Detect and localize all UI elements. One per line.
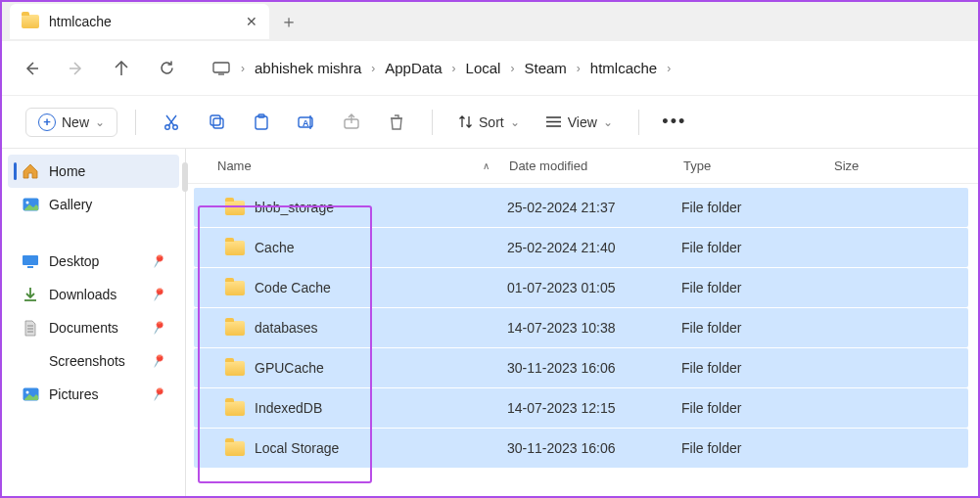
navigation-bar: › abhishek mishra › AppData › Local › St…	[2, 41, 978, 96]
crumb-0[interactable]: abhishek mishra	[255, 60, 361, 76]
back-button[interactable]	[22, 59, 41, 78]
tab-active[interactable]: htmlcache ✕	[10, 4, 269, 39]
table-row[interactable]: Cache25-02-2024 21:40File folder	[194, 228, 968, 267]
col-name[interactable]: Name∧	[186, 158, 499, 173]
chevron-down-icon: ⌄	[95, 115, 105, 129]
pin-icon: 📍	[147, 351, 167, 372]
chevron-right-icon: ›	[577, 62, 581, 75]
row-type: File folder	[681, 360, 832, 376]
row-date: 25-02-2024 21:40	[507, 240, 681, 255]
table-row[interactable]: GPUCache30-11-2023 16:06File folder	[194, 348, 968, 387]
view-label: View	[568, 114, 597, 130]
new-button[interactable]: + New ⌄	[25, 108, 117, 137]
crumb-4[interactable]: htmlcache	[590, 60, 657, 76]
sidebar-item-gallery[interactable]: Gallery	[8, 188, 179, 221]
rename-button[interactable]: A	[289, 106, 324, 139]
row-type: File folder	[681, 240, 832, 255]
folder-icon	[225, 321, 245, 336]
plus-circle-icon: +	[38, 113, 56, 131]
crumb-1[interactable]: AppData	[385, 60, 442, 76]
file-list-pane: Name∧ Date modified Type Size blob_stora…	[186, 149, 978, 496]
delete-button[interactable]	[379, 106, 414, 139]
pin-icon: 📍	[147, 285, 167, 305]
sort-button[interactable]: Sort ⌄	[450, 110, 528, 135]
tab-title: htmlcache	[49, 14, 112, 29]
column-headers: Name∧ Date modified Type Size	[186, 149, 978, 184]
pc-icon[interactable]	[211, 59, 231, 78]
sidebar-item-label: Desktop	[49, 253, 99, 269]
svg-rect-0	[213, 63, 229, 72]
sidebar-item-label: Screenshots	[49, 353, 125, 369]
sidebar-item-home[interactable]: Home	[8, 155, 179, 188]
copy-button[interactable]	[199, 106, 234, 139]
folder-icon	[225, 241, 245, 255]
home-icon	[22, 162, 39, 180]
table-row[interactable]: databases14-07-2023 10:38File folder	[194, 308, 968, 347]
separator	[432, 110, 433, 135]
folder-icon	[22, 352, 39, 370]
sidebar-resize-handle[interactable]	[182, 162, 188, 192]
sidebar-item-pictures[interactable]: Pictures 📍	[8, 378, 179, 411]
forward-button[interactable]	[67, 59, 86, 78]
desktop-icon	[22, 252, 39, 270]
table-row[interactable]: IndexedDB14-07-2023 12:15File folder	[194, 388, 968, 428]
sidebar-item-label: Documents	[49, 320, 118, 336]
sort-indicator-icon: ∧	[483, 160, 490, 171]
svg-point-15	[25, 391, 28, 394]
svg-rect-12	[23, 255, 38, 265]
close-tab-button[interactable]: ✕	[246, 14, 257, 29]
table-row[interactable]: Local Storage30-11-2023 16:06File folder	[194, 429, 968, 468]
new-tab-button[interactable]: ＋	[269, 10, 308, 33]
sort-label: Sort	[479, 114, 504, 130]
gallery-icon	[22, 196, 39, 213]
more-button[interactable]: •••	[657, 106, 692, 139]
sidebar-item-desktop[interactable]: Desktop 📍	[8, 245, 179, 278]
chevron-down-icon: ⌄	[510, 115, 520, 129]
refresh-button[interactable]	[157, 59, 176, 78]
picture-icon	[22, 385, 39, 403]
separator	[638, 110, 639, 135]
table-row[interactable]: blob_storage25-02-2024 21:37File folder	[194, 188, 968, 227]
folder-icon	[22, 15, 39, 28]
svg-point-2	[173, 124, 178, 129]
svg-point-11	[25, 202, 28, 204]
pin-icon: 📍	[147, 251, 167, 272]
folder-icon	[225, 281, 245, 295]
row-type: File folder	[681, 400, 832, 416]
row-name: databases	[255, 320, 318, 336]
col-type[interactable]: Type	[674, 158, 824, 173]
chevron-right-icon: ›	[371, 62, 375, 75]
row-date: 25-02-2024 21:37	[507, 200, 681, 215]
folder-icon	[225, 401, 245, 416]
sort-icon	[458, 114, 473, 129]
row-type: File folder	[681, 280, 832, 295]
up-button[interactable]	[112, 59, 131, 78]
paste-button[interactable]	[244, 106, 279, 139]
share-button[interactable]	[334, 106, 369, 139]
table-row[interactable]: Code Cache01-07-2023 01:05File folder	[194, 268, 968, 307]
sidebar-item-screenshots[interactable]: Screenshots 📍	[8, 344, 179, 378]
crumb-2[interactable]: Local	[466, 60, 501, 76]
breadcrumb: › abhishek mishra › AppData › Local › St…	[211, 59, 671, 78]
row-date: 30-11-2023 16:06	[507, 440, 681, 456]
row-name: Local Storage	[255, 440, 339, 456]
separator	[135, 110, 136, 135]
col-size[interactable]: Size	[824, 158, 978, 173]
chevron-right-icon: ›	[241, 62, 245, 75]
toolbar: + New ⌄ A Sort ⌄ View ⌄ •••	[2, 96, 978, 149]
view-button[interactable]: View ⌄	[537, 110, 621, 135]
col-date[interactable]: Date modified	[499, 158, 674, 173]
row-date: 14-07-2023 10:38	[507, 320, 681, 336]
download-icon	[22, 286, 39, 303]
sidebar: Home Gallery Desktop 📍 Downloads 📍 Docum…	[2, 149, 186, 496]
crumb-3[interactable]: Steam	[524, 60, 566, 76]
sidebar-item-label: Pictures	[49, 386, 99, 402]
row-name: GPUCache	[255, 360, 324, 376]
cut-button[interactable]	[154, 106, 189, 139]
sidebar-item-downloads[interactable]: Downloads 📍	[8, 278, 179, 311]
row-name: IndexedDB	[255, 400, 322, 416]
sidebar-item-label: Downloads	[49, 287, 117, 302]
chevron-down-icon: ⌄	[603, 115, 613, 129]
new-label: New	[62, 114, 89, 130]
sidebar-item-documents[interactable]: Documents 📍	[8, 311, 179, 344]
